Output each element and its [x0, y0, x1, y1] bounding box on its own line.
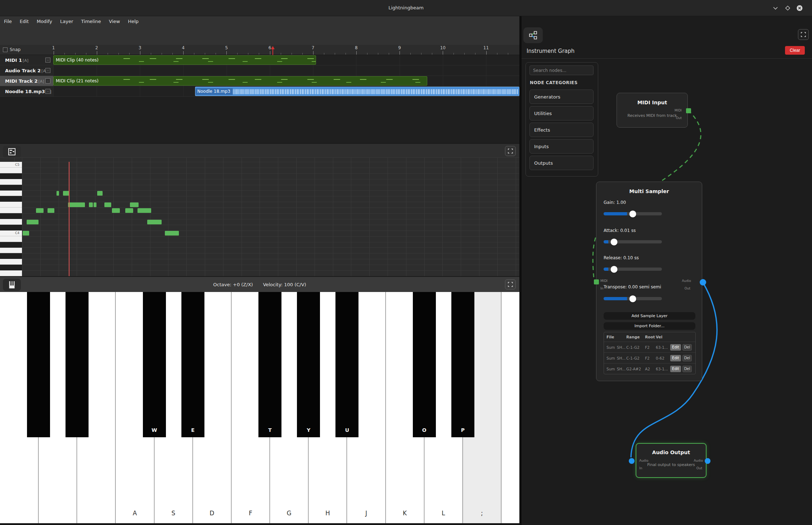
category-effects[interactable]: Effects [529, 123, 594, 137]
roll-key-a3[interactable] [0, 248, 22, 254]
slider-thumb[interactable] [630, 295, 636, 302]
audio-out-port[interactable] [705, 458, 710, 464]
snap-checkbox[interactable] [3, 47, 8, 52]
track-checkbox[interactable]: - [45, 89, 50, 94]
category-inputs[interactable]: Inputs [529, 139, 594, 154]
edit-sample-button[interactable]: Edit [670, 344, 681, 351]
category-outputs[interactable]: Outputs [529, 156, 594, 170]
roll-key-as3[interactable] [0, 242, 22, 248]
node-audio-output[interactable]: Audio Output Final output to speakers Au… [636, 443, 707, 478]
piano-roll-grid[interactable]: C5C4 [0, 158, 519, 276]
roll-key-d4[interactable] [0, 219, 22, 225]
midi-note[interactable] [48, 208, 54, 213]
delete-sample-button[interactable]: Del [682, 355, 692, 361]
midi-note[interactable] [147, 220, 162, 224]
track-checkbox[interactable]: - [45, 78, 50, 83]
node-midi-input[interactable]: MIDI Input Receives MIDI from track MIDI… [617, 93, 688, 128]
roll-key-g4[interactable] [0, 191, 22, 196]
menu-layer[interactable]: Layer [56, 16, 77, 27]
roll-key-ds4[interactable] [0, 213, 22, 219]
black-key-t[interactable]: T [258, 292, 281, 437]
midi-note[interactable] [112, 208, 120, 213]
maximize-icon[interactable] [784, 5, 791, 12]
menu-edit[interactable]: Edit [16, 16, 33, 27]
menu-timeline[interactable]: Timeline [77, 16, 105, 27]
graph-expand-button[interactable] [798, 29, 809, 40]
track-header-noodle-18-mp3[interactable]: Noodle 18.mp3[A]- [0, 86, 53, 96]
roll-key-f4[interactable] [0, 202, 22, 207]
param-slider[interactable] [604, 240, 662, 243]
black-key-e[interactable]: E [181, 292, 204, 437]
audio-clip[interactable]: Noodle 18.mp3 [195, 87, 519, 96]
roll-key-a4[interactable] [0, 179, 22, 185]
search-input[interactable] [529, 65, 594, 75]
midi-note[interactable] [36, 208, 44, 213]
track-checkbox[interactable]: - [45, 58, 50, 63]
midi-note[interactable] [57, 191, 59, 196]
roll-key-fs3[interactable] [0, 265, 22, 270]
clear-graph-button[interactable]: Clear [785, 46, 805, 55]
midi-note[interactable] [63, 191, 69, 196]
add-sample-layer-button[interactable]: Add Sample Layer [604, 312, 695, 320]
keyboard-expand-button[interactable] [505, 279, 516, 289]
midi-note[interactable] [125, 208, 133, 213]
midi-clip[interactable]: MIDI Clip (40 notes) [53, 55, 316, 65]
midi-note[interactable] [165, 231, 179, 236]
delete-sample-button[interactable]: Del [682, 366, 692, 372]
midi-in-port[interactable] [594, 279, 599, 284]
timeline-ruler[interactable]: Snap 1234567891011 [0, 45, 519, 55]
piano-roll-expand-button[interactable] [505, 146, 516, 156]
black-key-o[interactable]: O [413, 292, 436, 437]
delete-sample-button[interactable]: Del [682, 344, 692, 351]
track-header-midi-track-2[interactable]: MIDI Track 2[A]- [0, 76, 53, 86]
midi-clip[interactable]: MIDI Clip (21 notes) [53, 76, 427, 86]
black-key[interactable] [66, 292, 89, 437]
roll-key-fs4[interactable] [0, 196, 22, 202]
roll-key-b3[interactable] [0, 236, 22, 242]
track-header-audio-track-2[interactable]: Audio Track 2[A]- [0, 65, 53, 76]
midi-note[interactable] [23, 231, 29, 236]
roll-key-gs3[interactable] [0, 253, 22, 259]
track-lane[interactable] [53, 65, 519, 76]
roll-key-c5[interactable]: C5 [0, 162, 22, 168]
category-utilities[interactable]: Utilities [529, 106, 594, 120]
black-key-p[interactable]: P [451, 292, 474, 437]
roll-key-cs4[interactable] [0, 225, 22, 230]
slider-thumb[interactable] [611, 238, 618, 245]
edit-sample-button[interactable]: Edit [670, 355, 681, 361]
midi-note[interactable] [27, 220, 39, 224]
slider-thumb[interactable] [630, 210, 636, 217]
edit-sample-button[interactable]: Edit [670, 366, 681, 372]
param-slider[interactable] [604, 297, 662, 300]
track-checkbox[interactable]: - [45, 68, 50, 73]
midi-note[interactable] [130, 202, 139, 207]
midi-note[interactable] [89, 202, 93, 207]
roll-key-g3[interactable] [0, 259, 22, 265]
midi-note[interactable] [68, 202, 85, 207]
slider-thumb[interactable] [611, 266, 618, 273]
import-folder-button[interactable]: Import Folder... [604, 322, 695, 330]
track-header-midi-1[interactable]: MIDI 1[A]- [0, 55, 53, 65]
minimize-icon[interactable] [772, 5, 779, 12]
midi-note[interactable] [94, 202, 96, 207]
graph-view-button[interactable] [523, 27, 543, 43]
menu-help[interactable]: Help [124, 16, 143, 27]
roll-key-e4[interactable] [0, 207, 22, 213]
midi-note[interactable] [104, 202, 111, 207]
midi-out-port[interactable] [686, 108, 691, 113]
midi-note[interactable] [137, 208, 151, 213]
menu-view[interactable]: View [105, 16, 124, 27]
category-generators[interactable]: Generators [529, 90, 594, 104]
piano-roll-mode-button[interactable] [3, 146, 21, 158]
black-key-y[interactable]: Y [297, 292, 320, 437]
playhead-marker[interactable] [271, 46, 275, 55]
track-lane[interactable]: MIDI Clip (40 notes) [53, 55, 519, 65]
menu-modify[interactable]: Modify [33, 16, 56, 27]
track-lane[interactable]: MIDI Clip (21 notes) [53, 76, 519, 86]
timeline-empty-area[interactable] [0, 97, 519, 143]
white-key[interactable] [501, 292, 519, 523]
audio-out-port[interactable] [700, 279, 706, 286]
track-lane[interactable]: Noodle 18.mp3 [53, 86, 519, 96]
midi-note[interactable] [97, 191, 103, 196]
roll-key-f3[interactable] [0, 270, 22, 276]
